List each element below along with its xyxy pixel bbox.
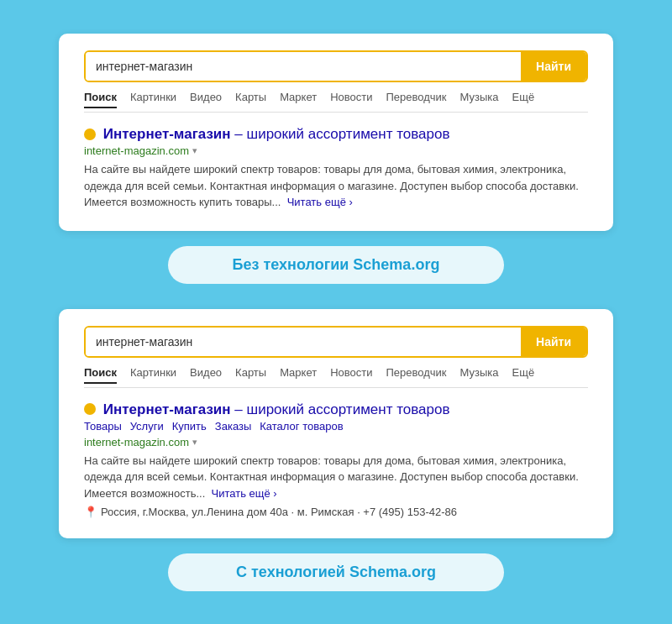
bottom-result-url-arrow[interactable]: ▾: [192, 437, 197, 448]
bottom-result-icon: [84, 403, 96, 415]
top-result-title-bold: Интернет-магазин: [103, 126, 231, 142]
bottom-result-breadcrumbs: Товары Услуги Купить Заказы Каталог това…: [84, 420, 588, 433]
top-tab-market[interactable]: Маркет: [280, 91, 317, 108]
top-tab-news[interactable]: Новости: [330, 91, 372, 108]
pin-icon: 📍: [84, 506, 97, 518]
bottom-result-title[interactable]: Интернет-магазин – широкий ассортимент т…: [84, 401, 588, 418]
bottom-tab-news[interactable]: Новости: [330, 366, 372, 384]
bottom-tab-translate[interactable]: Переводчик: [386, 366, 447, 384]
bottom-tab-maps[interactable]: Карты: [235, 366, 266, 384]
bottom-read-more[interactable]: Читать ещё ›: [212, 487, 277, 500]
top-tab-more[interactable]: Ещё: [512, 91, 535, 108]
bottom-search-button[interactable]: Найти: [521, 328, 586, 356]
top-tab-translate[interactable]: Переводчик: [386, 91, 447, 108]
bottom-result-address: 📍 Россия, г.Москва, ул.Ленина дом 40а · …: [84, 506, 588, 518]
top-nav-tabs: Поиск Картинки Видео Карты Маркет Новост…: [84, 91, 588, 113]
top-search-input[interactable]: [86, 52, 521, 81]
top-result-url-arrow[interactable]: ▾: [192, 145, 197, 156]
top-tab-music[interactable]: Музыка: [460, 91, 499, 108]
bottom-tab-more[interactable]: Ещё: [512, 366, 535, 384]
result-icon: [84, 128, 96, 140]
top-tab-maps[interactable]: Карты: [235, 91, 266, 108]
bottom-nav-tabs: Поиск Картинки Видео Карты Маркет Новост…: [84, 366, 588, 388]
top-result-title[interactable]: Интернет-магазин – широкий ассортимент т…: [84, 126, 588, 143]
top-read-more[interactable]: Читать ещё ›: [287, 196, 353, 208]
top-result-desc: На сайте вы найдете широкий спектр товар…: [84, 161, 588, 211]
top-search-button[interactable]: Найти: [521, 52, 586, 81]
top-result: Интернет-магазин – широкий ассортимент т…: [84, 126, 588, 211]
label-no-schema-text: Без технологии Schema.org: [233, 256, 440, 274]
bottom-result-title-rest: – широкий ассортимент товаров: [231, 401, 450, 417]
breadcrumb-0[interactable]: Товары: [84, 420, 122, 433]
label-no-schema: Без технологии Schema.org: [168, 246, 504, 284]
bottom-tab-video[interactable]: Видео: [190, 366, 222, 384]
top-result-title-rest: – широкий ассортимент товаров: [231, 126, 450, 142]
breadcrumb-1[interactable]: Услуги: [130, 420, 164, 433]
bottom-tab-market[interactable]: Маркет: [280, 366, 317, 384]
bottom-tab-images[interactable]: Картинки: [130, 366, 176, 384]
label-with-schema: С технологией Schema.org: [168, 553, 504, 591]
top-result-url[interactable]: internet-magazin.com: [84, 144, 189, 157]
bottom-result: Интернет-магазин – широкий ассортимент т…: [84, 401, 588, 519]
bottom-search-input[interactable]: [86, 328, 521, 356]
top-tab-video[interactable]: Видео: [190, 91, 222, 108]
bottom-result-url-line: internet-magazin.com ▾: [84, 436, 588, 448]
breadcrumb-4[interactable]: Каталог товаров: [260, 420, 343, 433]
top-tab-images[interactable]: Картинки: [130, 91, 176, 108]
top-search-bar: Найти: [84, 50, 588, 82]
label-with-schema-text: С технологией Schema.org: [236, 564, 436, 581]
bottom-tab-music[interactable]: Музыка: [460, 366, 499, 384]
top-result-url-line: internet-magazin.com ▾: [84, 144, 588, 157]
breadcrumb-2[interactable]: Купить: [172, 420, 207, 433]
top-panel: Найти Поиск Картинки Видео Карты Маркет …: [59, 34, 613, 231]
bottom-tab-search[interactable]: Поиск: [84, 366, 117, 384]
bottom-result-title-bold: Интернет-магазин: [103, 401, 231, 417]
bottom-result-url[interactable]: internet-magazin.com: [84, 436, 189, 448]
breadcrumb-3[interactable]: Заказы: [215, 420, 251, 433]
bottom-result-desc: На сайте вы найдете широкий спектр товар…: [84, 453, 588, 502]
bottom-panel: Найти Поиск Картинки Видео Карты Маркет …: [59, 309, 613, 539]
bottom-search-bar: Найти: [84, 326, 588, 358]
top-tab-search[interactable]: Поиск: [84, 91, 117, 108]
